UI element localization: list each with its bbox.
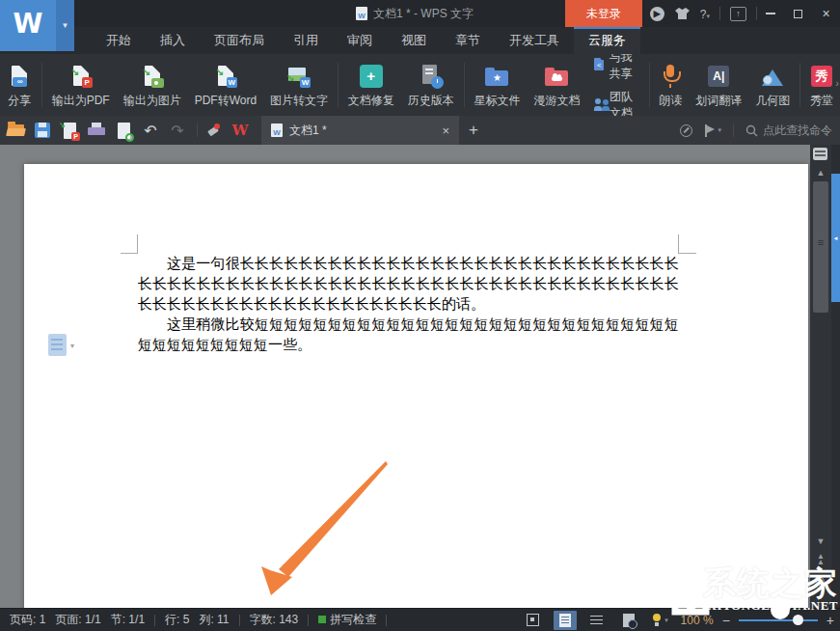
team-docs-button[interactable]: 团队文档 (594, 89, 637, 117)
document-text[interactable]: 这是一句很长长长长长长长长长长长长长长长长长长长长长长长长长长长长长长长长长长长… (138, 254, 679, 355)
image-to-text-button[interactable]: ↘W 图片转文字 (263, 54, 335, 116)
wps-menu-caret-icon[interactable]: ▼ (56, 0, 74, 51)
read-aloud-button[interactable]: 朗读 (652, 54, 689, 116)
zoom-slider-knob[interactable] (793, 615, 803, 625)
tab-review[interactable]: 审阅 (333, 27, 387, 54)
page-view-button[interactable] (554, 611, 577, 630)
minimize-button[interactable] (756, 0, 784, 27)
task-pane-toggle[interactable]: ◂ (831, 174, 840, 302)
select-browse-object-button[interactable] (816, 577, 825, 586)
tab-references[interactable]: 引用 (279, 27, 333, 54)
maximize-button[interactable] (784, 0, 812, 27)
status-line[interactable]: 行: 5 (165, 612, 189, 628)
export-pdf-button[interactable]: ↘P 输出为PDF (45, 54, 117, 116)
web-view-button[interactable] (617, 611, 640, 630)
vertical-scrollbar[interactable]: ▲ ▼ ▲▲ (810, 145, 831, 608)
paragraph-long[interactable]: 这是一句很长长长长长长长长长长长长长长长长长长长长长长长长长长长长长长长长长长长… (138, 254, 679, 315)
scrollbar-thumb[interactable] (813, 181, 828, 313)
save-button[interactable] (31, 119, 54, 142)
status-bar: 页码: 1 页面: 1/1 节: 1/1 行: 5 列: 11 字数: 143 … (0, 608, 840, 631)
status-section[interactable]: 节: 1/1 (111, 612, 145, 628)
geometry-button[interactable]: 几何图 (748, 54, 797, 116)
doc-tab-icon (271, 123, 283, 137)
zoom-out-button[interactable]: − (722, 613, 730, 628)
tab-view[interactable]: 视图 (387, 27, 441, 54)
window-title: 文档1 * - WPS 文字 (373, 6, 474, 22)
open-folder-icon (8, 124, 24, 136)
shared-with-me-button[interactable]: < 与我共享 (594, 54, 637, 82)
status-word-count[interactable]: 字数: 143 (250, 612, 299, 628)
export-pdf-icon: ↘P (68, 64, 94, 89)
roaming-folder-icon (545, 70, 568, 86)
close-tab-icon[interactable]: × (442, 123, 449, 138)
share-button[interactable]: ∞ 分享 (0, 54, 39, 116)
divider (464, 63, 465, 107)
scroll-up-arrow[interactable]: ▲ (810, 168, 831, 178)
roaming-docs-button[interactable]: 漫游文档 (527, 54, 586, 116)
help-menu[interactable]: ?▾ (700, 5, 710, 22)
titlebar-icons: ▶ ?▾ ↑ (650, 0, 757, 27)
tab-insert[interactable]: 插入 (146, 27, 200, 54)
tab-section[interactable]: 章节 (441, 27, 495, 54)
zoom-in-button[interactable]: + (826, 613, 834, 628)
fullscreen-view-button[interactable] (522, 611, 545, 630)
wps-vip-icon[interactable]: ▶ (650, 7, 664, 21)
tab-dev-tools[interactable]: 开发工具 (495, 27, 574, 54)
ribbon-expand-chevron[interactable]: › (835, 77, 839, 89)
document-area[interactable]: 这是一句很长长长长长长长长长长长长长长长长长长长长长长长长长长长长长长长长长长长… (0, 145, 810, 608)
status-page-count[interactable]: 页面: 1/1 (55, 612, 100, 628)
status-page-number[interactable]: 页码: 1 (10, 612, 45, 628)
flag-menu[interactable]: ▾ (704, 124, 721, 137)
assistant-button[interactable]: ▾ (649, 611, 672, 630)
export-image-button[interactable]: ↘ 输出为图片 (117, 54, 188, 116)
collapse-ribbon-icon[interactable]: ↑ (730, 7, 746, 21)
outline-view-icon (590, 615, 603, 626)
scroll-down-arrow[interactable]: ▼ (810, 536, 831, 546)
login-button[interactable]: 未登录 (565, 0, 642, 27)
document-page[interactable]: 这是一句很长长长长长长长长长长长长长长长长长长长长长长长长长长长长长长长长长长长… (24, 164, 808, 608)
ink-pen-icon[interactable] (680, 124, 692, 137)
divider (338, 63, 339, 107)
divider (719, 7, 720, 20)
doc-repair-button[interactable]: + 文档修复 (341, 54, 401, 116)
new-tab-button[interactable]: + (469, 121, 478, 140)
history-version-icon (419, 64, 444, 89)
assistant-pin-button[interactable] (202, 119, 225, 142)
redo-button[interactable]: ↷ (166, 119, 189, 142)
status-column[interactable]: 列: 11 (199, 612, 229, 628)
statusbar-right: ▾ 100 % − + (522, 609, 834, 631)
divider (197, 123, 198, 137)
zoom-level[interactable]: 100 % (681, 614, 714, 627)
paragraph-short[interactable]: 这里稍微比较短短短短短短短短短短短短短短短短短短短短短短短短短短短短短短短短短短… (138, 315, 679, 355)
tab-page-layout[interactable]: 页面布局 (200, 27, 279, 54)
pdf-to-word-button[interactable]: ↘W PDF转Word (188, 54, 263, 116)
wps-hotspot-button[interactable]: W (229, 119, 252, 142)
document-tab[interactable]: 文档1 * × (261, 116, 459, 145)
margin-mark (137, 234, 138, 254)
previous-page-button[interactable]: ▲▲ (810, 554, 831, 565)
window-title-group: 文档1 * - WPS 文字 (270, 0, 559, 27)
search-icon (745, 124, 758, 137)
undo-button[interactable]: ↶ (139, 119, 162, 142)
paragraph-layout-button[interactable]: ▾ (48, 334, 74, 356)
starred-files-button[interactable]: ★ 星标文件 (467, 54, 527, 116)
xiutang-button[interactable]: 秀 秀堂 (803, 54, 840, 116)
spellcheck-status-icon (318, 616, 326, 623)
tab-home[interactable]: 开始 (92, 27, 146, 54)
history-version-button[interactable]: 历史版本 (401, 54, 461, 116)
tab-cloud-service[interactable]: 云服务 (574, 27, 640, 54)
open-file-button[interactable] (4, 119, 27, 142)
skin-icon[interactable] (674, 7, 691, 20)
close-button[interactable]: × (812, 0, 840, 27)
find-command-box[interactable]: 点此查找命令 (745, 123, 832, 139)
zoom-slider[interactable] (739, 619, 818, 621)
print-button[interactable] (85, 119, 108, 142)
export-pdf-quick-button[interactable]: ↘P (58, 119, 81, 142)
ruler-toggle-icon[interactable] (813, 148, 827, 160)
wps-logo[interactable]: W ▼ (0, 0, 74, 51)
divider (649, 63, 650, 107)
word-translate-button[interactable]: A| 划词翻译 (689, 54, 748, 116)
outline-view-button[interactable] (585, 611, 609, 630)
spellcheck-toggle[interactable]: 拼写检查 (318, 612, 376, 628)
print-preview-button[interactable] (112, 119, 135, 142)
